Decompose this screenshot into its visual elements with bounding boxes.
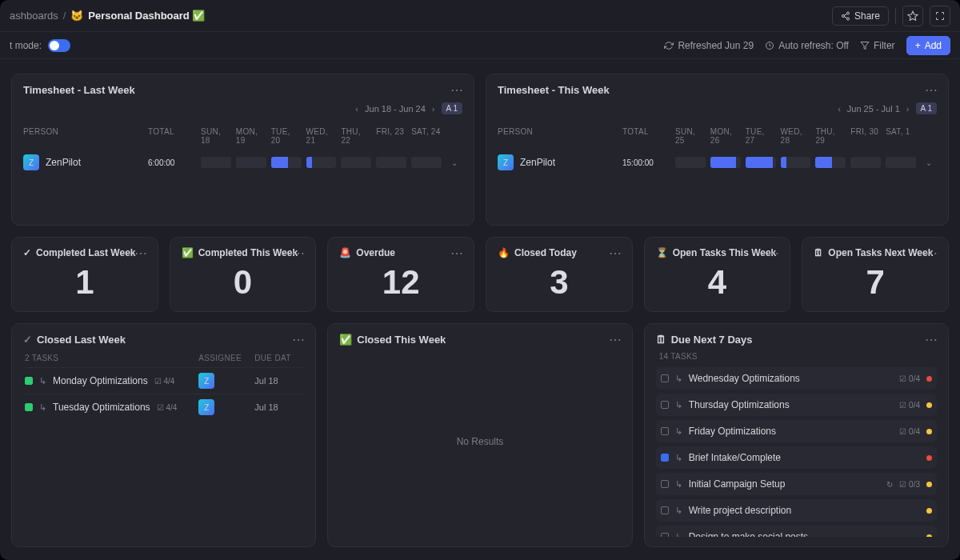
table-row[interactable]: Z ZenPilot 15:00:00 ⌄ <box>498 150 937 175</box>
priority-dot-icon <box>926 402 932 408</box>
subtask-icon: ↳ <box>39 402 46 413</box>
col-day: SAT, 24 <box>411 127 442 145</box>
day-bar <box>201 157 231 168</box>
list-item[interactable]: ↳ Write project description <box>656 499 937 522</box>
add-button[interactable]: + Add <box>906 36 950 55</box>
next-week-button[interactable]: › <box>432 104 435 114</box>
kpi-card[interactable]: ✅ Completed This Week ⋯ 0 <box>170 237 317 312</box>
list-item[interactable]: ↳ Thursday Optimizations ☑ 0/4 <box>656 394 937 416</box>
list-item[interactable]: ↳ Monday Optimizations ☑ 4/4 Z Jul 18 <box>23 367 304 394</box>
card-menu-button[interactable]: ⋯ <box>925 82 938 98</box>
task-title: Tuesday Optimizations <box>53 402 150 413</box>
tasks-count-label: 2 TASKS <box>25 354 198 362</box>
card-menu-button[interactable]: ⋯ <box>925 332 938 347</box>
expand-row-button[interactable]: ⌄ <box>446 158 462 167</box>
refreshed-status[interactable]: Refreshed Jun 29 <box>664 40 754 51</box>
due-task-list[interactable]: ↳ Wednesday Optimizations ☑ 0/4 ↳ Thursd… <box>656 367 937 537</box>
kpi-card[interactable]: 🚨 Overdue ⋯ 12 <box>327 237 474 312</box>
subtask-icon: ↳ <box>675 400 682 410</box>
kpi-icon: 🚨 <box>339 247 351 258</box>
kpi-value: 3 <box>498 263 621 302</box>
list-item[interactable]: ↳ Design to make social posts <box>656 526 937 537</box>
expand-button[interactable] <box>930 6 950 26</box>
kpi-card[interactable]: 🔥 Closed Today ⋯ 3 <box>486 237 633 312</box>
task-title: Monday Optimizations <box>53 375 148 386</box>
card-menu-button[interactable]: ⋯ <box>609 246 622 261</box>
breadcrumb: ashboards / 🐱 Personal Dashboard ✅ <box>10 10 205 22</box>
list-item[interactable]: ↳ Tuesday Optimizations ☑ 4/4 Z Jul 18 <box>23 394 304 420</box>
assignee-badge[interactable]: A 1 <box>442 102 462 114</box>
priority-dot-icon <box>926 508 932 514</box>
kpi-card[interactable]: ✓ Completed Last Week ⋯ 1 <box>11 237 158 312</box>
tasks-count-label: 14 TASKS <box>656 346 937 364</box>
card-menu-button[interactable]: ⋯ <box>766 246 780 261</box>
col-day: FRI, 30 <box>850 127 881 145</box>
subtask-icon: ↳ <box>39 376 46 386</box>
card-closed-this-week: ✅ Closed This Week ⋯ No Results <box>327 323 632 547</box>
card-menu-button[interactable]: ⋯ <box>134 246 148 261</box>
share-button[interactable]: Share <box>832 6 889 26</box>
avatar-icon: Z <box>498 154 514 170</box>
card-menu-button[interactable]: ⋯ <box>450 82 464 98</box>
subtask-count: ☑ 0/4 <box>899 401 920 410</box>
filter-button[interactable]: Filter <box>860 40 895 51</box>
kpi-card[interactable]: 🗓 Open Tasks Next Week ⋯ 7 <box>802 237 949 312</box>
subtask-count: ☑ 0/3 <box>899 480 920 489</box>
date-range[interactable]: Jun 25 - Jul 1 <box>847 104 900 114</box>
prev-week-button[interactable]: ‹ <box>355 104 358 114</box>
expand-row-button[interactable]: ⌄ <box>921 158 937 167</box>
breadcrumb-current[interactable]: Personal Dashboard ✅ <box>88 10 205 22</box>
status-square-icon <box>661 374 669 382</box>
svg-point-0 <box>846 12 849 14</box>
task-name: ↳ Tuesday Optimizations ☑ 4/4 <box>25 402 198 413</box>
person-name: ZenPilot <box>46 157 81 168</box>
breadcrumb-parent[interactable]: ashboards <box>10 10 58 22</box>
date-range[interactable]: Jun 18 - Jun 24 <box>365 104 426 114</box>
day-bar <box>675 157 706 168</box>
day-bar <box>376 157 406 168</box>
status-square-icon <box>25 403 33 411</box>
col-person: PERSON <box>498 127 618 145</box>
prev-week-button[interactable]: ‹ <box>838 104 841 114</box>
total-cell: 6:00:00 <box>148 158 196 167</box>
row-timesheets: Timesheet - Last Week ⋯ ‹ Jun 18 - Jun 2… <box>11 74 949 226</box>
timesheet-controls: ‹ Jun 25 - Jul 1 › A 1 <box>498 102 937 114</box>
table-row[interactable]: Z ZenPilot 6:00:00 ⌄ <box>23 150 462 175</box>
col-day: SUN, 18 <box>201 127 231 145</box>
card-menu-button[interactable]: ⋯ <box>925 246 938 261</box>
day-bar <box>306 157 337 168</box>
subtask-icon: ↳ <box>675 426 682 437</box>
card-menu-button[interactable]: ⋯ <box>450 246 464 261</box>
card-menu-button[interactable]: ⋯ <box>292 246 306 261</box>
task-title: Brief Intake/Complete <box>689 452 920 463</box>
list-item[interactable]: ↳ Wednesday Optimizations ☑ 0/4 <box>656 367 937 390</box>
task-title: Friday Optimizations <box>689 426 894 437</box>
kpi-card[interactable]: ⏳ Open Tasks This Week ⋯ 4 <box>644 237 791 312</box>
subtask-icon: ↳ <box>675 506 682 516</box>
card-menu-button[interactable]: ⋯ <box>292 332 306 347</box>
day-bar <box>746 157 776 168</box>
list-item[interactable]: ↳ Friday Optimizations ☑ 0/4 <box>656 420 937 442</box>
next-week-button[interactable]: › <box>906 104 910 114</box>
col-assignee: ASSIGNEE <box>198 354 254 362</box>
expand-icon <box>935 11 945 21</box>
kpi-icon: ⏳ <box>656 247 668 258</box>
kpi-icon: 🔥 <box>498 247 510 258</box>
card-title: ✓ Closed Last Week <box>23 334 304 346</box>
assignee-cell: Z <box>198 399 254 415</box>
col-day: FRI, 23 <box>376 127 406 145</box>
list-item[interactable]: ↳ Initial Campaign Setup ↻ ☑ 0/3 <box>656 473 937 495</box>
list-item[interactable]: ↳ Brief Intake/Complete <box>656 446 937 469</box>
filter-icon <box>860 41 870 50</box>
star-button[interactable] <box>902 6 923 26</box>
edit-mode-toggle[interactable] <box>48 39 70 52</box>
auto-refresh-toggle[interactable]: Auto refresh: Off <box>765 40 849 51</box>
svg-line-3 <box>844 16 846 18</box>
priority-dot-icon <box>926 376 932 382</box>
priority-dot-icon <box>926 455 932 461</box>
day-bar <box>781 157 811 168</box>
assignee-badge[interactable]: A 1 <box>916 102 937 114</box>
svg-marker-5 <box>908 11 918 20</box>
card-menu-button[interactable]: ⋯ <box>609 332 622 347</box>
col-day: WED, 21 <box>306 127 337 145</box>
